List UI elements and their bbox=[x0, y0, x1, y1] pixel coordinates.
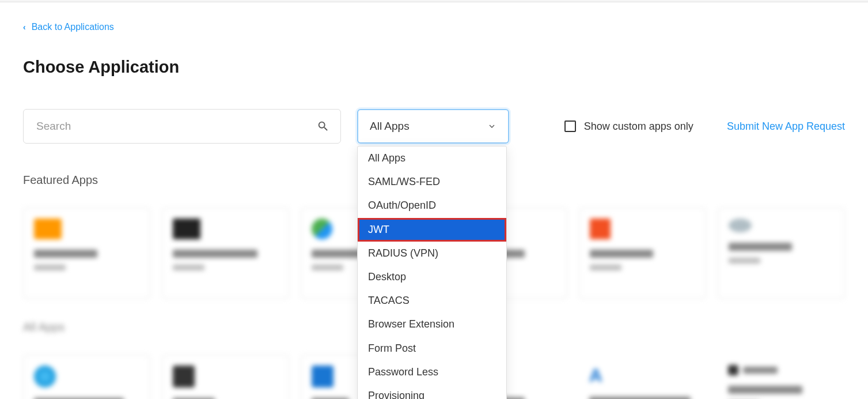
app-icon bbox=[173, 366, 195, 387]
app-icon bbox=[173, 219, 200, 239]
filter-row: All Apps All Apps SAML/WS-FED OAuth/Open… bbox=[23, 109, 845, 144]
checkbox-icon bbox=[564, 121, 576, 132]
back-to-applications-link[interactable]: ‹ Back to Applications bbox=[23, 22, 114, 32]
app-subtitle bbox=[312, 265, 343, 270]
app-name bbox=[590, 250, 653, 258]
app-card[interactable] bbox=[162, 208, 289, 299]
chevron-left-icon: ‹ bbox=[23, 22, 26, 32]
app-icon bbox=[728, 365, 738, 375]
app-card[interactable] bbox=[23, 208, 150, 299]
app-name bbox=[34, 250, 97, 258]
app-name bbox=[589, 397, 691, 399]
app-icon bbox=[34, 366, 56, 387]
chevron-down-icon bbox=[487, 122, 496, 131]
dropdown-item-password-less[interactable]: Password Less bbox=[358, 360, 506, 384]
app-name bbox=[173, 250, 257, 258]
app-card[interactable] bbox=[718, 208, 845, 299]
submit-new-app-link[interactable]: Submit New App Request bbox=[727, 121, 845, 133]
app-card[interactable] bbox=[162, 355, 289, 399]
app-card[interactable]: A bbox=[579, 355, 706, 399]
page-title: Choose Application bbox=[23, 58, 845, 77]
filter-dropdown-button[interactable]: All Apps bbox=[357, 109, 509, 144]
filter-selected: All Apps bbox=[370, 120, 410, 133]
search-input[interactable] bbox=[23, 109, 341, 144]
dropdown-item-provisioning[interactable]: Provisioning bbox=[358, 384, 506, 399]
app-card[interactable] bbox=[718, 355, 845, 399]
dropdown-item-tacacs[interactable]: TACACS bbox=[358, 289, 506, 313]
app-icon bbox=[729, 219, 752, 232]
app-name bbox=[729, 243, 792, 251]
app-icon: A bbox=[589, 365, 696, 386]
dropdown-item-jwt[interactable]: JWT bbox=[358, 218, 506, 242]
dropdown-item-all-apps[interactable]: All Apps bbox=[358, 146, 506, 170]
app-icon bbox=[34, 219, 62, 239]
dropdown-item-form-post[interactable]: Form Post bbox=[358, 337, 506, 360]
search-wrap bbox=[23, 109, 341, 144]
app-subtitle bbox=[173, 265, 204, 270]
dropdown-item-radius[interactable]: RADIUS (VPN) bbox=[358, 242, 506, 265]
dropdown-item-desktop[interactable]: Desktop bbox=[358, 265, 506, 289]
app-subtitle bbox=[590, 265, 621, 270]
app-icon bbox=[312, 219, 332, 239]
checkbox-label: Show custom apps only bbox=[584, 121, 693, 133]
app-name bbox=[728, 386, 803, 394]
dropdown-item-oauth[interactable]: OAuth/OpenID bbox=[358, 194, 506, 217]
app-icon bbox=[590, 219, 611, 239]
app-brand bbox=[743, 367, 778, 374]
app-card[interactable] bbox=[579, 208, 706, 299]
app-icon bbox=[312, 366, 333, 387]
app-subtitle bbox=[34, 265, 66, 270]
dropdown-item-browser-ext[interactable]: Browser Extension bbox=[358, 313, 506, 336]
back-label: Back to Applications bbox=[32, 22, 114, 32]
app-card[interactable] bbox=[23, 355, 150, 399]
filter-dropdown: All Apps All Apps SAML/WS-FED OAuth/Open… bbox=[357, 109, 509, 144]
app-subtitle bbox=[729, 258, 760, 264]
show-custom-apps-checkbox[interactable]: Show custom apps only bbox=[564, 121, 693, 133]
filter-dropdown-menu: All Apps SAML/WS-FED OAuth/OpenID JWT RA… bbox=[357, 146, 507, 399]
search-icon bbox=[317, 120, 329, 133]
dropdown-item-saml[interactable]: SAML/WS-FED bbox=[358, 170, 506, 194]
